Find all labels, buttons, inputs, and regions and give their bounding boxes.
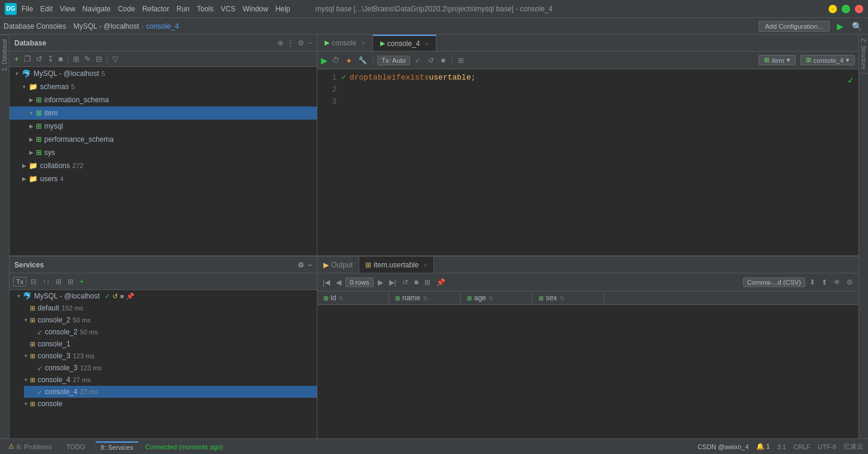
svc-console4-parent[interactable]: ▾ ⊞ console_4 27 ms xyxy=(17,374,317,386)
new-object-icon[interactable]: + xyxy=(13,53,20,65)
delete-object-icon[interactable]: ❐ xyxy=(23,53,32,65)
prev-page-button[interactable]: ◀ xyxy=(334,278,343,287)
pin-button[interactable]: ● xyxy=(344,56,353,65)
breadcrumb-database-consoles[interactable]: Database Consoles xyxy=(4,22,66,31)
svc-stop-icon[interactable]: ■ xyxy=(120,292,124,300)
col-sex[interactable]: ⊞ sex ⇅ xyxy=(533,291,604,304)
minimize-button[interactable]: − xyxy=(829,5,837,13)
rollback-button[interactable]: ↺ xyxy=(426,56,436,65)
sex-sort-icon[interactable]: ⇅ xyxy=(560,295,564,301)
refresh-icon[interactable]: ↺ xyxy=(35,53,44,65)
menu-code[interactable]: Code xyxy=(118,5,135,13)
svc-default[interactable]: ⊞ default 152 ms xyxy=(17,302,317,314)
view-toggle-button[interactable]: 👁 xyxy=(832,278,842,287)
editor-content[interactable]: 1 ✓ drop table if exists usertable ; 2 xyxy=(317,69,858,255)
svc-pin-icon[interactable]: 📌 xyxy=(126,292,135,300)
maximize-button[interactable]: □ xyxy=(842,5,850,13)
svc-console4-leaf[interactable]: ↙ console_4 27 ms xyxy=(24,386,317,398)
status-services[interactable]: 8: Services xyxy=(96,441,137,452)
download-button[interactable]: ⬇ xyxy=(808,278,817,287)
close-button[interactable]: × xyxy=(855,5,863,13)
settings-icon[interactable]: ⚙ xyxy=(298,39,304,47)
console-icon[interactable]: ■ xyxy=(57,53,65,65)
tree-item-item-schema[interactable]: ▾ ⊞ item xyxy=(10,106,317,120)
tab-item-usertable[interactable]: ⊞ item.usertable × xyxy=(359,257,434,273)
expand-btn[interactable]: ⊞ xyxy=(66,277,75,287)
menu-window[interactable]: Window xyxy=(243,5,268,13)
tx-mode-dropdown[interactable]: Tx: Auto xyxy=(377,56,409,65)
tab-console4[interactable]: ▶ console_4 × xyxy=(373,35,436,51)
tree-item-sys-schema[interactable]: ▶ ⊞ sys xyxy=(10,146,317,159)
menu-help[interactable]: Help xyxy=(276,5,291,13)
status-todo[interactable]: TODO xyxy=(63,442,89,452)
menu-run[interactable]: Run xyxy=(176,5,190,13)
svc-commit-icon[interactable]: ✓ xyxy=(105,292,110,300)
group-btn[interactable]: ⊞ xyxy=(54,277,63,287)
console-dropdown[interactable]: ⊞ console_4 ▾ xyxy=(800,55,855,65)
svc-console1[interactable]: ⊞ console_1 xyxy=(17,338,317,350)
next-page-button[interactable]: ▶ xyxy=(376,278,385,287)
table-settings-button[interactable]: ⚙ xyxy=(845,278,855,287)
hide-panel-icon[interactable]: − xyxy=(308,39,312,47)
cancel-button[interactable]: ■ xyxy=(439,56,448,65)
breadcrumb-mysql-localhost[interactable]: MySQL - @localhost xyxy=(74,22,139,31)
side-label-structure[interactable]: Z: Structure xyxy=(859,35,868,74)
add-configuration-button[interactable]: Add Configuration... xyxy=(759,21,830,32)
tree-item-schemas[interactable]: ▾ 📁 schemas 5 xyxy=(10,80,317,93)
name-sort-icon[interactable]: ⇅ xyxy=(423,295,427,301)
new-datasource-icon[interactable]: ⊕ xyxy=(277,39,283,47)
breadcrumb-console4[interactable]: console_4 xyxy=(146,22,179,31)
col-id[interactable]: ⊞ id ⇅ xyxy=(317,291,389,304)
svc-rollback-icon[interactable]: ↺ xyxy=(112,292,118,300)
svc-mysql-root[interactable]: ▾ 🐬 MySQL - @localhost ✓ ↺ ■ 📌 xyxy=(10,290,317,302)
tree-item-performance-schema[interactable]: ▶ ⊞ performance_schema xyxy=(10,133,317,146)
console4-tab-close[interactable]: × xyxy=(425,40,429,47)
tree-item-collations[interactable]: ▶ 📁 collations 272 xyxy=(10,159,317,172)
tree-item-mysql-root[interactable]: ▾ 🐬 MySQL - @localhost 5 xyxy=(10,67,317,80)
view-mode-button[interactable]: ⊞ xyxy=(456,56,466,65)
col-name[interactable]: ⊞ name ⇅ xyxy=(389,291,461,304)
collapse-all-icon[interactable]: ⋮ xyxy=(287,39,294,47)
stop-loading-button[interactable]: ■ xyxy=(412,278,420,287)
svc-console3-leaf[interactable]: ↙ console_3 123 ms xyxy=(24,362,317,374)
usertable-tab-close[interactable]: × xyxy=(423,261,427,269)
introspect-icon[interactable]: ↧ xyxy=(46,53,55,65)
refresh-data-button[interactable]: ↺ xyxy=(401,278,410,287)
sort-btn[interactable]: ↑↓ xyxy=(41,277,51,287)
tree-item-information-schema[interactable]: ▶ ⊞ information_schema xyxy=(10,93,317,106)
commit-button[interactable]: ✓ xyxy=(412,56,423,65)
first-row-button[interactable]: |◀ xyxy=(321,278,332,287)
menu-file[interactable]: File xyxy=(22,5,33,13)
settings-query-button[interactable]: 🔧 xyxy=(356,56,369,65)
view-icon[interactable]: ⊞ xyxy=(72,53,81,65)
svc-console3-parent[interactable]: ▾ ⊞ console_3 123 ms xyxy=(17,350,317,362)
tab-output[interactable]: ▶ Output xyxy=(317,257,359,273)
svc-console[interactable]: ▾ ⊞ console xyxy=(17,398,317,410)
rows-dropdown[interactable]: 0 rows xyxy=(346,278,373,287)
col-age[interactable]: ⊞ age ⇅ xyxy=(461,291,533,304)
tree-item-users[interactable]: ▶ 📁 users 4 xyxy=(10,172,317,185)
menu-refactor[interactable]: Refactor xyxy=(142,5,169,13)
add-btn[interactable]: + xyxy=(78,277,85,287)
schema-dropdown[interactable]: ⊞ item ▾ xyxy=(759,55,796,65)
services-settings-icon[interactable]: ⚙ xyxy=(298,261,304,269)
services-hide-icon[interactable]: − xyxy=(308,261,312,269)
export-format-dropdown[interactable]: Comma-...d (CSV) xyxy=(743,278,805,287)
id-sort-icon[interactable]: ⇅ xyxy=(338,295,343,301)
history-button[interactable]: ⏱ xyxy=(330,56,342,65)
side-label-database[interactable]: 1: Database xyxy=(0,35,9,75)
menu-edit[interactable]: Edit xyxy=(40,5,53,13)
tab-console[interactable]: ▶ console × xyxy=(317,35,373,51)
menu-tools[interactable]: Tools xyxy=(197,5,213,13)
age-sort-icon[interactable]: ⇅ xyxy=(488,295,493,301)
tree-item-mysql-schema[interactable]: ▶ ⊞ mysql xyxy=(10,120,317,133)
last-row-button[interactable]: ▶| xyxy=(387,278,398,287)
status-problems[interactable]: ⚠ 6: Problems xyxy=(5,441,56,452)
menu-navigate[interactable]: Navigate xyxy=(82,5,111,13)
upload-button[interactable]: ⬆ xyxy=(820,278,829,287)
console-tab-close[interactable]: × xyxy=(361,39,365,47)
svc-console2-parent[interactable]: ▾ ⊞ console_2 50 ms xyxy=(17,314,317,326)
filter-icon[interactable]: ▽ xyxy=(111,53,120,65)
collapse-all-btn[interactable]: ⊟ xyxy=(29,277,38,287)
edit-icon[interactable]: ✎ xyxy=(83,53,92,65)
